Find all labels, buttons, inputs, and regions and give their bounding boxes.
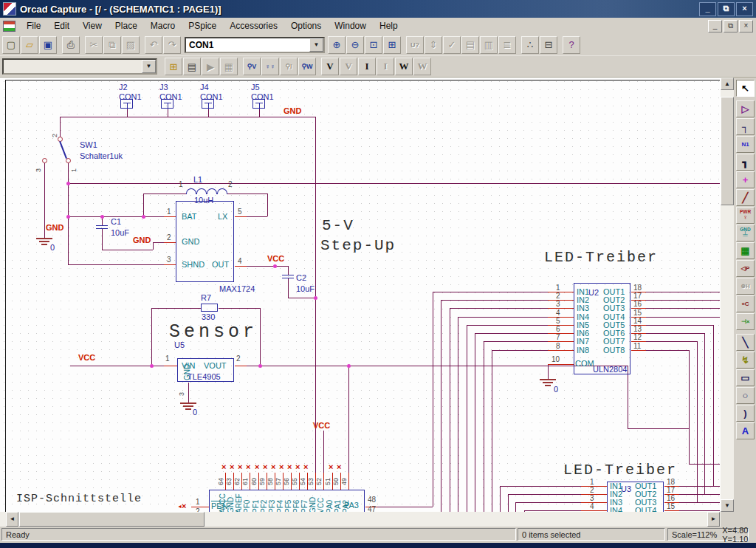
wire[interactable] bbox=[247, 216, 267, 217]
simulation-profile-combo[interactable]: ▼ bbox=[2, 58, 157, 75]
menu-pspice[interactable]: PSpice bbox=[182, 19, 223, 32]
mdi-close-button[interactable]: × bbox=[739, 20, 753, 32]
schematic-label[interactable]: 0 bbox=[193, 408, 197, 417]
schematic-label[interactable]: 3 bbox=[167, 256, 171, 264]
vertical-scroll-thumb[interactable] bbox=[721, 97, 734, 205]
wire[interactable] bbox=[450, 308, 450, 512]
schematic-label[interactable]: PF4 bbox=[276, 500, 284, 512]
part-graphic[interactable] bbox=[282, 278, 294, 278]
pin[interactable] bbox=[631, 350, 646, 351]
schematic-label[interactable]: VCC bbox=[267, 254, 284, 263]
part-search-combo[interactable]: CON1▼ bbox=[185, 37, 325, 53]
place-bus-entry-button[interactable]: ╱ bbox=[736, 189, 755, 206]
junction-dot[interactable] bbox=[100, 215, 104, 219]
wire[interactable] bbox=[628, 366, 628, 428]
schematic-label[interactable]: CON1 bbox=[159, 92, 182, 101]
schematic-label[interactable]: PA3 bbox=[344, 501, 359, 510]
schematic-label[interactable]: 52 bbox=[315, 478, 323, 485]
horizontal-scrollbar[interactable]: ◄ ► bbox=[0, 512, 721, 527]
no-connect-mark[interactable]: × bbox=[279, 462, 284, 471]
part-graphic[interactable] bbox=[282, 275, 294, 275]
schematic-label[interactable]: CON1 bbox=[200, 92, 223, 101]
wire[interactable] bbox=[492, 350, 492, 512]
wire[interactable] bbox=[646, 317, 720, 318]
pin[interactable] bbox=[235, 216, 247, 217]
place-rectangle-button[interactable]: ▭ bbox=[736, 369, 755, 386]
schematic-label[interactable]: C1 bbox=[111, 217, 121, 226]
schematic-label[interactable]: 50 bbox=[332, 478, 340, 485]
scroll-left-button[interactable]: ◄ bbox=[6, 512, 18, 527]
schematic-label[interactable]: TLE4905 bbox=[188, 372, 221, 381]
wire[interactable] bbox=[288, 298, 315, 298]
pin[interactable] bbox=[548, 300, 574, 301]
schematic-label[interactable]: L1 bbox=[193, 175, 202, 184]
schematic-label[interactable]: IN8 bbox=[577, 346, 589, 355]
schematic-label[interactable]: LX bbox=[218, 212, 227, 221]
schematic-label[interactable]: 3 bbox=[178, 392, 185, 396]
wire[interactable] bbox=[508, 494, 581, 495]
place-arc-button[interactable]: ) bbox=[736, 405, 755, 422]
schematic-label[interactable]: 16 bbox=[633, 300, 642, 308]
place-part-button[interactable]: ▷ bbox=[736, 100, 755, 117]
wire[interactable] bbox=[68, 162, 69, 264]
pin[interactable] bbox=[664, 510, 679, 511]
restore-button[interactable]: ⧉ bbox=[718, 2, 735, 16]
schematic-label[interactable]: J3 bbox=[159, 83, 168, 92]
junction-dot[interactable] bbox=[273, 264, 277, 268]
schematic-label[interactable]: ◄ bbox=[177, 504, 182, 509]
schematic-label[interactable]: U5 bbox=[174, 340, 185, 349]
no-connect-mark[interactable]: × bbox=[230, 462, 234, 471]
zoom-out-button[interactable]: ⊖ bbox=[346, 36, 364, 54]
schematic-label[interactable]: 16 bbox=[667, 494, 675, 502]
schematic-label[interactable]: 2 bbox=[236, 355, 241, 363]
place-line-button[interactable]: ╲ bbox=[736, 334, 755, 351]
wire[interactable] bbox=[458, 317, 548, 318]
inductor-coil[interactable] bbox=[207, 188, 217, 194]
schematic-label[interactable]: 10uF bbox=[296, 284, 315, 293]
zoom-all-button[interactable]: ⊞ bbox=[383, 36, 401, 54]
schematic-label[interactable]: 15 bbox=[667, 502, 675, 510]
schematic-label[interactable]: 49 bbox=[340, 478, 348, 485]
wire[interactable] bbox=[208, 109, 209, 117]
wire[interactable] bbox=[475, 333, 548, 334]
wire[interactable] bbox=[68, 264, 164, 265]
schematic-label[interactable]: J4 bbox=[200, 83, 209, 92]
schematic-label[interactable]: VCC bbox=[78, 353, 95, 362]
schematic-label[interactable]: PEN bbox=[211, 501, 228, 510]
wire[interactable] bbox=[151, 308, 201, 309]
schematic-label[interactable]: Sensor bbox=[169, 321, 258, 343]
junction-dot[interactable] bbox=[66, 182, 70, 185]
pin[interactable] bbox=[235, 366, 247, 366]
wire[interactable] bbox=[679, 486, 720, 487]
scroll-right-button[interactable]: ► bbox=[707, 512, 720, 527]
schematic-label[interactable]: PF1 bbox=[252, 500, 260, 512]
wire[interactable] bbox=[492, 350, 548, 351]
schematic-label[interactable]: 56 bbox=[283, 478, 290, 485]
voltage-probe-button[interactable]: ⚲V bbox=[243, 58, 261, 75]
wire[interactable] bbox=[458, 317, 458, 512]
wire[interactable] bbox=[646, 325, 713, 326]
menu-accessories[interactable]: Accessories bbox=[223, 19, 284, 32]
schematic-label[interactable]: 8 bbox=[556, 342, 560, 350]
inductor-coil[interactable] bbox=[196, 188, 207, 194]
wire[interactable] bbox=[227, 193, 267, 194]
no-connect-mark[interactable]: × bbox=[238, 462, 242, 471]
wire[interactable] bbox=[143, 193, 186, 194]
wire[interactable] bbox=[168, 109, 168, 117]
wire[interactable] bbox=[68, 183, 720, 184]
schematic-label[interactable]: 55 bbox=[291, 478, 298, 485]
wire[interactable] bbox=[484, 341, 548, 342]
wire[interactable] bbox=[219, 308, 260, 309]
schematic-label[interactable]: 1 bbox=[165, 355, 170, 363]
schematic-label[interactable]: 60 bbox=[250, 478, 258, 485]
schematic-label[interactable]: 330 bbox=[202, 312, 215, 321]
wire[interactable] bbox=[441, 300, 441, 512]
wire[interactable] bbox=[628, 428, 689, 429]
schematic-label[interactable]: 1 bbox=[167, 208, 171, 216]
wire[interactable] bbox=[188, 383, 189, 403]
schematic-label[interactable]: LED-Treiber bbox=[563, 462, 677, 479]
wire[interactable] bbox=[288, 266, 289, 275]
minimize-button[interactable]: _ bbox=[699, 2, 716, 16]
schematic-label[interactable]: 17 bbox=[633, 292, 642, 300]
schematic-label[interactable]: PF2 bbox=[260, 500, 268, 512]
